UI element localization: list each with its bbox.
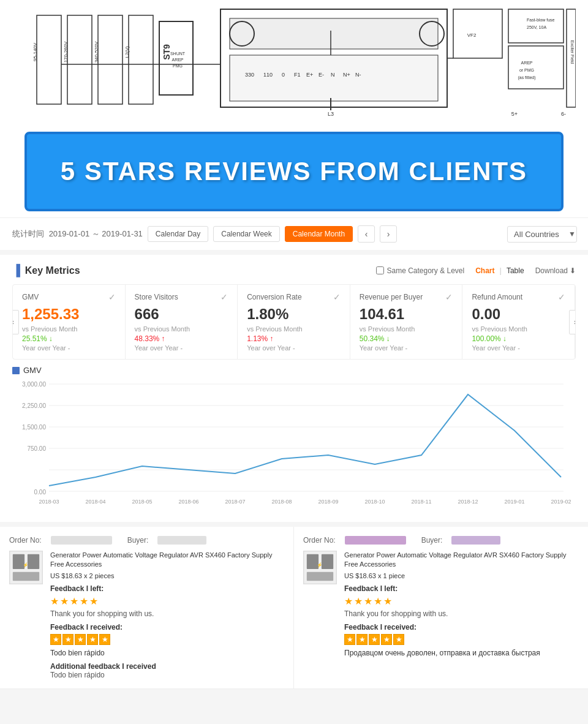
gmv-legend-label: GMV — [23, 366, 42, 375]
conversion-value: 1.80% — [247, 306, 341, 323]
arrow-down-icon-3: ↓ — [503, 334, 507, 343]
svg-text:340-520V: 340-520V — [94, 41, 99, 62]
calendar-month-button[interactable]: Calendar Month — [285, 226, 353, 242]
table-button[interactable]: Table — [502, 265, 529, 277]
additional-text-1: Todo bien rápido — [50, 671, 284, 679]
metrics-header: ▐ Key Metrics Same Category & Level Char… — [12, 264, 576, 277]
svg-text:L3: L3 — [328, 111, 334, 116]
svg-text:2019-01: 2019-01 — [504, 499, 524, 505]
stars-left-2: ★ ★ ★ ★ ★ — [344, 595, 579, 607]
product-info-2: Generator Power Automatic Voltage Regula… — [344, 551, 579, 661]
arrow-up-icon-2: ↑ — [270, 334, 273, 343]
buyer-label-1: Buyer: — [127, 536, 149, 545]
feedback-item-1: Order No: Buyer: ⚡ Generator Power Au — [0, 527, 294, 689]
revenue-change: 50.34% ↓ — [360, 334, 453, 343]
metric-card-refund: Refund Amount ✓ 0.00 vs Previous Month 1… — [462, 285, 575, 359]
schematic-diagram: 95-140V 170-260V 340-520V L2(V) ST9 SHUN… — [12, 3, 576, 116]
metrics-prev-button[interactable]: ‹ — [12, 310, 19, 334]
order-row-1: Order No: Buyer: — [9, 536, 284, 545]
svg-text:2019-02: 2019-02 — [551, 499, 571, 505]
country-select[interactable]: All Countries — [507, 226, 577, 243]
gmv-dot — [12, 367, 20, 374]
product-name-2: Generator Power Automatic Voltage Regula… — [344, 551, 579, 570]
feedback-left-text-1: Thank you for shopping with us. — [50, 609, 284, 618]
metrics-title: ▐ Key Metrics — [12, 264, 80, 277]
gmv-chart: 3,000.00 2,250.00 1,500.00 750.00 0.00 2… — [12, 378, 576, 513]
key-metrics-section: ▐ Key Metrics Same Category & Level Char… — [0, 255, 588, 522]
line-chart-svg: 3,000.00 2,250.00 1,500.00 750.00 0.00 2… — [12, 378, 576, 513]
gmv-indicator: GMV — [12, 366, 576, 375]
svg-text:95-140V: 95-140V — [32, 42, 38, 61]
feedback-received-text-2: Продавцом очень доволен, отправка и дост… — [344, 647, 579, 658]
product-info-1: Generator Power Automatic Voltage Regula… — [50, 551, 284, 679]
feedback-left-text-2: Thank you for shopping with us. — [344, 609, 579, 618]
feedback-grid: Order No: Buyer: ⚡ Generator Power Au — [0, 527, 588, 689]
chart-table-toggle: Chart | Table — [470, 265, 529, 277]
svg-text:F1: F1 — [294, 72, 301, 78]
filter-label: 统计时间 2019-01-01 ～ 2019-01-31 — [12, 228, 143, 239]
svg-text:6-: 6- — [561, 111, 566, 116]
additional-label-1: Additional feedback I received — [50, 662, 284, 671]
feedback-received-label-2: Feedback I received: — [344, 623, 579, 632]
product-image-2: ⚡ — [303, 551, 337, 584]
order-row-2: Order No: Buyer: — [303, 536, 579, 545]
gmv-change: 25.51% ↓ — [22, 334, 116, 343]
svg-text:VF2: VF2 — [467, 32, 477, 38]
check-icon-conversion: ✓ — [333, 292, 341, 302]
check-icon-gmv: ✓ — [108, 292, 116, 302]
conversion-change: 1.13% ↑ — [247, 334, 341, 343]
svg-text:1,500.00: 1,500.00 — [22, 424, 46, 431]
svg-rect-76 — [322, 554, 333, 569]
svg-text:2018-10: 2018-10 — [364, 499, 385, 505]
svg-rect-16 — [230, 55, 438, 101]
svg-text:2018-06: 2018-06 — [178, 499, 198, 505]
metric-card-conversion: Conversion Rate ✓ 1.80% vs Previous Mont… — [238, 285, 350, 359]
svg-rect-15 — [230, 18, 438, 49]
svg-rect-77 — [307, 572, 333, 581]
product-row-1: ⚡ Generator Power Automatic Voltage Regu… — [9, 551, 284, 679]
banner-text: 5 STARS REVIEWS FROM CLIENTS — [61, 157, 527, 186]
order-no-value-2 — [345, 536, 406, 545]
order-no-value-1 — [51, 536, 112, 545]
svg-text:2018-07: 2018-07 — [225, 499, 245, 505]
chart-button[interactable]: Chart — [470, 265, 499, 277]
svg-text:250V, 10A: 250V, 10A — [527, 25, 546, 29]
visitors-value: 666 — [135, 306, 228, 323]
refund-change: 100.00% ↓ — [472, 334, 565, 343]
period-next-button[interactable]: › — [380, 225, 397, 243]
feedback-left-label-2: Feedback I left: — [344, 584, 579, 593]
svg-text:AREP: AREP — [521, 61, 532, 65]
feedback-received-label-1: Feedback I received: — [50, 623, 284, 632]
svg-text:2018-03: 2018-03 — [39, 499, 59, 505]
order-no-label-1: Order No: — [9, 536, 42, 545]
check-icon-refund: ✓ — [558, 292, 565, 302]
svg-text:Exciter Field: Exciter Field — [570, 40, 575, 64]
calendar-day-button[interactable]: Calendar Day — [148, 226, 208, 242]
calendar-week-button[interactable]: Calendar Week — [213, 226, 280, 242]
svg-rect-71 — [28, 554, 39, 569]
revenue-value: 104.61 — [360, 306, 453, 323]
visitors-change: 48.33% ↑ — [135, 334, 228, 343]
svg-text:170-260V: 170-260V — [63, 41, 69, 62]
arrow-down-icon: ↓ — [49, 334, 53, 343]
svg-text:2018-08: 2018-08 — [271, 499, 292, 505]
svg-text:⚡: ⚡ — [317, 562, 323, 568]
metrics-next-button[interactable]: › — [569, 310, 576, 334]
period-prev-button[interactable]: ‹ — [358, 225, 375, 243]
gmv-value: 1,255.33 — [22, 306, 116, 323]
filter-left: 统计时间 2019-01-01 ～ 2019-01-31 Calendar Da… — [12, 225, 397, 243]
svg-text:2018-04: 2018-04 — [85, 499, 105, 505]
download-button[interactable]: Download ⬇ — [535, 266, 576, 275]
order-no-label-2: Order No: — [303, 536, 336, 545]
stars-received-2: ★ ★ ★ ★ ★ — [344, 634, 579, 645]
svg-text:AREP: AREP — [172, 58, 183, 62]
svg-text:5+: 5+ — [511, 111, 518, 116]
product-price-1: US $18.63 x 2 pieces — [50, 572, 284, 579]
svg-text:0: 0 — [282, 72, 285, 78]
svg-text:0.00: 0.00 — [34, 489, 47, 496]
svg-text:or PMG: or PMG — [519, 68, 534, 72]
feedback-received-text-1: Todo bien rápido — [50, 647, 284, 658]
same-category-checkbox[interactable]: Same Category & Level — [376, 266, 464, 275]
svg-text:⚡: ⚡ — [23, 562, 29, 568]
svg-text:2018-09: 2018-09 — [318, 499, 338, 505]
